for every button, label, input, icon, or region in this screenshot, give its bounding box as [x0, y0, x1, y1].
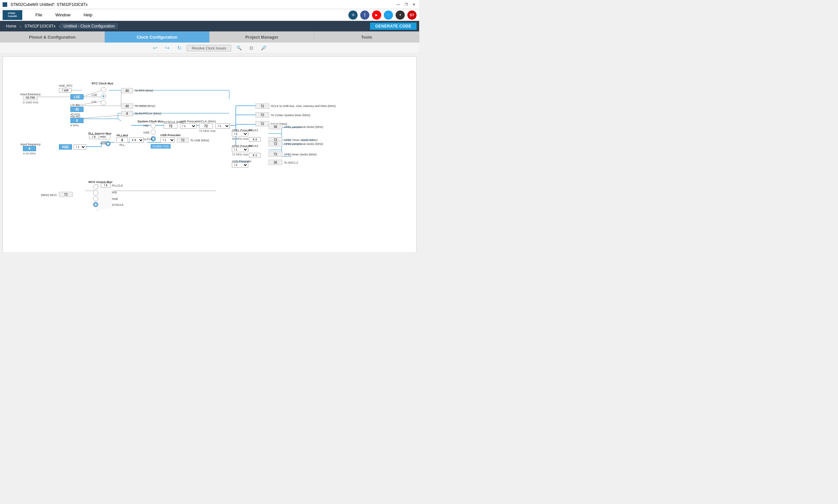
pll-div2-box: / 2: [89, 134, 99, 139]
pll-mux-hsi[interactable]: [105, 134, 111, 140]
breadcrumb-mcu[interactable]: STM32F103C8Tx: [21, 23, 59, 29]
mco-div2-box: / 2: [101, 183, 111, 187]
hse-div1-select[interactable]: / 1: [74, 144, 86, 149]
usb-prescaler-select[interactable]: / 1: [160, 138, 175, 143]
mco-hsi-label: HSI: [112, 191, 117, 194]
to-iwdg-label: To IWDG (KHz): [135, 104, 155, 108]
tab-project[interactable]: Project Manager: [210, 32, 314, 42]
menu-window[interactable]: Window: [49, 11, 77, 19]
mco-hse-circle[interactable]: [93, 196, 98, 201]
rtc-output-value[interactable]: 40: [121, 88, 133, 93]
lsirc-box[interactable]: 40: [70, 107, 84, 112]
toolbar: ↩ ↪ ↻ Resolve Clock Issues 🔍 ⊡ 🔎: [0, 42, 419, 54]
reset-button[interactable]: ↻: [175, 44, 184, 52]
sysclk-value[interactable]: 72: [164, 123, 177, 129]
input-freq1-value[interactable]: 32.768: [23, 95, 38, 100]
apb2-timer-label: APB2 timer clocks (MHz): [284, 153, 317, 156]
fclk-value[interactable]: 72: [256, 121, 269, 126]
apb2-timer-value[interactable]: 72: [268, 151, 282, 157]
enable-css-button[interactable]: Enable CSS: [151, 144, 171, 148]
hse-rtc-label: HSE_RTC: [59, 84, 73, 87]
mco-hsi-circle[interactable]: [93, 190, 98, 195]
redo-button[interactable]: ↪: [162, 44, 172, 52]
hclk-max-label: 72 MHz max: [199, 129, 216, 132]
cortex-timer-value[interactable]: 72: [256, 112, 269, 118]
lsi-mux-label: LSI: [92, 100, 96, 104]
sys-mux-hse[interactable]: [151, 130, 156, 135]
adc-prescaler-select[interactable]: / 2: [232, 162, 248, 167]
input-freq2-value[interactable]: 8: [23, 146, 36, 151]
hclk-ahb-value[interactable]: 72: [256, 104, 269, 109]
sys-mux-hsi[interactable]: [151, 123, 156, 128]
hclk-mhz-label: HCLK (MHz): [199, 120, 216, 123]
breadcrumb-home[interactable]: Home: [3, 23, 20, 29]
rtc-mux-circle-lsi[interactable]: [101, 100, 106, 105]
menu-file[interactable]: File: [29, 11, 49, 19]
diagram-lines: [20, 60, 400, 252]
div128-box: / 128: [59, 88, 71, 93]
sys-hse-label: HSE: [143, 131, 150, 134]
mco-pllclk-circle[interactable]: [93, 184, 98, 190]
zoom-in-button[interactable]: 🔍: [234, 45, 244, 51]
ahb-prescaler-select[interactable]: / 1: [180, 123, 196, 129]
input-freq2-label: Input frequency: [20, 143, 40, 146]
sys-hsi-label: HSI: [143, 124, 149, 127]
apb2-periph-label: APB2 peripheral clocks (MHz): [284, 142, 323, 146]
twitter-icon[interactable]: 🐦: [384, 11, 393, 20]
mco-pllclk-label: PLLCLK: [112, 184, 123, 187]
tab-pinout[interactable]: Pinout & Configuration: [0, 32, 105, 42]
pclk2-label: PCLK2: [249, 144, 258, 148]
hclk-value[interactable]: 72: [199, 123, 213, 129]
pll-mul-select[interactable]: X 9: [129, 138, 144, 143]
hsirc-box[interactable]: 8: [70, 118, 84, 123]
mco-sysclk-circle[interactable]: [93, 202, 98, 207]
frame-button[interactable]: ⊡: [247, 45, 256, 51]
pll-val-box[interactable]: 8: [116, 138, 128, 143]
rtc-mux-circle-hse[interactable]: [101, 87, 106, 92]
mco-hse-label: HSE: [112, 197, 118, 201]
undo-button[interactable]: ↩: [150, 44, 160, 52]
iwdg-value[interactable]: 40: [121, 104, 133, 109]
facebook-icon[interactable]: f: [360, 11, 369, 20]
restore-button[interactable]: ❐: [403, 2, 409, 7]
generate-code-button[interactable]: GENERATE CODE: [370, 22, 417, 30]
apb2-periph-value[interactable]: 72: [268, 141, 282, 146]
x1-box: X 1: [249, 153, 261, 158]
minimize-button[interactable]: —: [396, 2, 401, 7]
menu-bar: STM32CubeMX File Window Help ⑩ f ▶ 🐦 ✦ S…: [0, 9, 419, 21]
st-icon[interactable]: ST: [407, 11, 417, 20]
tab-tools[interactable]: Tools: [314, 32, 419, 42]
breadcrumb-current: Untitled - Clock Configuration: [60, 23, 118, 29]
app-icon: [3, 2, 7, 7]
apb1-periph-value[interactable]: 36: [268, 124, 282, 129]
pclk1-label: PCLK1: [249, 129, 258, 132]
network-icon[interactable]: ✦: [396, 11, 405, 20]
lse-box[interactable]: LSE: [70, 94, 84, 100]
menu-help[interactable]: Help: [77, 11, 99, 19]
mco-val-box[interactable]: 72: [59, 192, 73, 197]
close-button[interactable]: ✕: [411, 2, 417, 7]
breadcrumb-bar: Home › STM32F103C8Tx › Untitled - Clock …: [0, 21, 419, 32]
tab-bar: Pinout & Configuration Clock Configurati…: [0, 32, 419, 42]
youtube-icon[interactable]: ▶: [372, 11, 381, 20]
app-logo: STM32CubeMX: [3, 10, 22, 20]
apb1-prescaler-select[interactable]: / 2: [232, 131, 248, 137]
apb1-periph-label: APB1 peripheral clocks (MHz): [284, 125, 323, 129]
zoom-out-button[interactable]: 🔎: [258, 45, 269, 51]
adc-value[interactable]: 36: [268, 160, 282, 165]
pll-hse-label: HSE: [100, 142, 106, 145]
rtc-mux-circle-lse[interactable]: [101, 94, 106, 99]
title-text: STM32CubeMX Untitled*: STM32F103C8Tx: [11, 2, 87, 7]
cortex-timer-label: To Cortex System timer (MHz): [271, 113, 311, 117]
usb-output-value[interactable]: 72: [177, 138, 189, 143]
hclk-ahb-label: HCLK to AHB bus, core, memory and DMA (M…: [271, 104, 336, 108]
flitf-value[interactable]: 8: [121, 111, 133, 116]
apb2-prescaler-select[interactable]: / 1: [232, 147, 248, 152]
mco-mhz-label: (MHz) MCO: [41, 194, 57, 197]
resolve-clock-issues-button[interactable]: Resolve Clock Issues: [187, 45, 231, 51]
info-icon[interactable]: ⑩: [348, 11, 357, 20]
lse-mux-label: LSE: [92, 93, 97, 96]
tab-clock[interactable]: Clock Configuration: [105, 32, 210, 42]
hse-box[interactable]: HSE: [59, 144, 72, 149]
hclk-div-select[interactable]: / 1: [215, 123, 230, 129]
